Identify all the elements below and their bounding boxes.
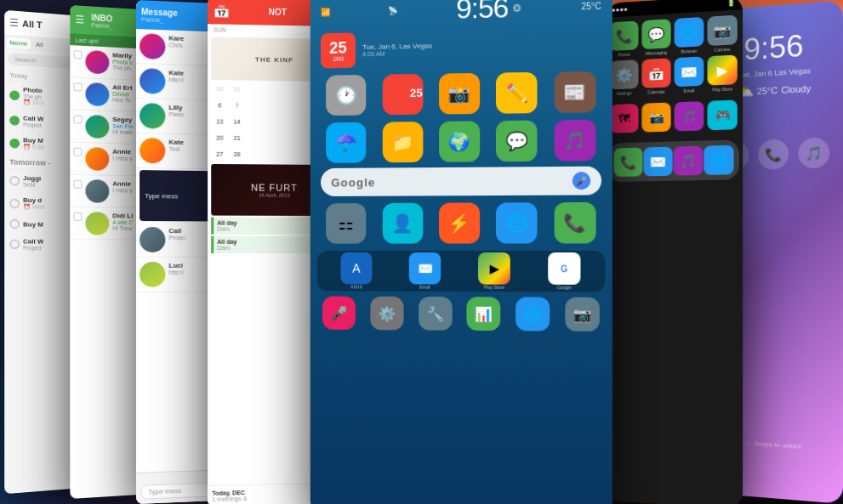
iphone-settings-label: Settings bbox=[617, 90, 632, 96]
app-clock[interactable]: 🕐 bbox=[326, 75, 366, 116]
cal-day-13[interactable]: 13 bbox=[211, 114, 228, 129]
iphone-dock-mail[interactable]: ✉️ bbox=[643, 147, 672, 177]
google-search-bar[interactable]: Google 🎤 bbox=[321, 167, 601, 196]
tasks-menu-icon[interactable]: ☰ bbox=[9, 17, 19, 29]
email-avatar-5 bbox=[85, 179, 109, 203]
app-music[interactable]: 🎵 bbox=[554, 120, 595, 161]
task-checkbox-5 bbox=[9, 198, 20, 208]
app-files[interactable]: 📁 bbox=[382, 122, 423, 162]
iphone-app-settings[interactable]: ⚙️ Settings bbox=[610, 59, 639, 96]
app-phone-row3[interactable]: 📞 bbox=[554, 202, 595, 244]
google-mic-button[interactable]: 🎤 bbox=[572, 172, 590, 190]
cal-day-21[interactable]: 21 bbox=[228, 131, 245, 146]
cal-sun-label: SUN bbox=[211, 26, 228, 32]
cal-day-30[interactable]: 30 bbox=[211, 82, 228, 97]
email-checkbox-3[interactable] bbox=[73, 115, 82, 123]
home-date-row: 25 JAN Tue, Jan 6, Las Vegas 8:00 AM bbox=[310, 26, 612, 71]
app-contacts[interactable]: 👤 bbox=[382, 203, 423, 244]
kinfolk-title: THE KINF bbox=[255, 55, 293, 64]
tasks-title: All T bbox=[22, 19, 43, 30]
app-flashlight[interactable]: ⚡ bbox=[439, 202, 480, 243]
task-sub-2: Project bbox=[23, 122, 43, 128]
iphone-camera-label: Camera bbox=[715, 47, 730, 53]
task-content-4: Joggi 5KM bbox=[23, 174, 41, 188]
app-maps[interactable]: 🌍 bbox=[439, 121, 480, 161]
iphone-extra-1[interactable]: 🗺 bbox=[610, 104, 639, 133]
app-camera-settings[interactable]: 📷 bbox=[565, 297, 600, 331]
app-tools[interactable]: 🔧 bbox=[419, 297, 453, 331]
cal-day-31[interactable]: 31 bbox=[228, 82, 245, 97]
cal-day-6[interactable]: 6 bbox=[211, 98, 228, 113]
email-menu-icon[interactable]: ☰ bbox=[75, 14, 84, 25]
msg-avatar-6 bbox=[140, 262, 165, 287]
task-time-3: ⏰ 8:00 bbox=[23, 144, 43, 150]
app-settings[interactable]: ⚙️ bbox=[370, 297, 403, 331]
cal-day-27[interactable]: 27 bbox=[211, 147, 228, 162]
app-mic[interactable]: 🎤 bbox=[322, 297, 356, 330]
dock-playstore[interactable]: ▶ Play Store bbox=[478, 252, 510, 290]
iphone-app-camera[interactable]: 📷 Camera bbox=[708, 15, 738, 54]
iphone-app-imessage[interactable]: 💬 iMessaging bbox=[641, 19, 670, 56]
screen-iphone: ●●●● 🔋 📞 Phone 💬 iMessaging 🌐 Browser 📷 … bbox=[605, 0, 743, 504]
home-calendar-widget: 25 JAN bbox=[321, 32, 356, 68]
tab-all[interactable]: All bbox=[32, 39, 47, 50]
iphone-extra-3[interactable]: 🎵 bbox=[675, 101, 704, 131]
iphone-app-browser[interactable]: 🌐 Browser bbox=[675, 17, 704, 54]
app-qr[interactable]: ⚏ bbox=[326, 203, 366, 244]
app-globe[interactable]: 🌐 bbox=[515, 297, 550, 331]
home-dock-row: A ASUS ✉️ Email ▶ Play Store G Google bbox=[317, 251, 605, 292]
email-checkbox-5[interactable] bbox=[73, 180, 82, 189]
iphone-dock-safari[interactable]: 🌐 bbox=[703, 145, 733, 175]
task-title-5: Buy d bbox=[23, 196, 44, 204]
app-stats[interactable]: 📊 bbox=[467, 297, 501, 331]
email-checkbox-4[interactable] bbox=[73, 148, 82, 156]
lock-music-btn[interactable]: 🎵 bbox=[798, 138, 829, 169]
iphone-app-section: 📞 Phone 💬 iMessaging 🌐 Browser 📷 Camera … bbox=[605, 9, 743, 101]
lock-temp-display: 25°C bbox=[757, 85, 777, 96]
app-browser[interactable]: 🌐 bbox=[496, 202, 538, 243]
app-calendar[interactable]: 25 bbox=[382, 74, 423, 115]
iphone-app-phone[interactable]: 📞 Phone bbox=[610, 20, 639, 57]
iphone-dock-phone[interactable]: 📞 bbox=[613, 148, 642, 178]
msg-avatar-2 bbox=[140, 68, 165, 94]
app-news[interactable]: 📰 bbox=[554, 71, 595, 113]
dock-asus[interactable]: A ASUS bbox=[341, 252, 373, 289]
iphone-more-apps: 🗺 📸 🎵 🎮 bbox=[605, 96, 743, 140]
app-weather[interactable]: ☂️ bbox=[326, 122, 366, 163]
email-checkbox-2[interactable] bbox=[73, 82, 82, 91]
google-logo-text: Google bbox=[331, 175, 375, 189]
app-notes[interactable]: ✏️ bbox=[496, 72, 538, 114]
lock-call-btn[interactable]: 📞 bbox=[758, 139, 789, 169]
iphone-app-calendar[interactable]: 📅 Calendar bbox=[641, 58, 670, 94]
home-time: 9:56 bbox=[456, 0, 508, 25]
iphone-extra-4[interactable]: 🎮 bbox=[708, 100, 738, 131]
email-avatar-2 bbox=[85, 82, 109, 106]
app-messages[interactable]: 💬 bbox=[496, 121, 538, 162]
cal-day-28[interactable]: 28 bbox=[228, 147, 245, 162]
msg-avatar-1 bbox=[140, 33, 165, 59]
iphone-app-playstore[interactable]: ▶ Play Store bbox=[708, 54, 738, 92]
dock-email[interactable]: ✉️ Email bbox=[409, 252, 441, 290]
cal-day-7[interactable]: 7 bbox=[228, 98, 245, 113]
task-title-7: Call W bbox=[23, 238, 43, 246]
app-row-4: 🎤 ⚙️ 🔧 📊 🌐 📷 bbox=[310, 294, 612, 333]
screen-home: 📶 📡 9:56 ⚙ 25°C 25 JAN Tue, Jan 6, Las V… bbox=[310, 0, 612, 504]
iphone-extra-2[interactable]: 📸 bbox=[641, 102, 670, 132]
iphone-app-email[interactable]: ✉️ Email bbox=[675, 56, 704, 93]
cal-day-20[interactable]: 20 bbox=[211, 131, 228, 146]
task-content-7: Call W Project bbox=[23, 238, 43, 251]
home-weather-sub: 8:00 AM bbox=[362, 50, 432, 58]
dock-asus-label: ASUS bbox=[350, 284, 362, 289]
iphone-dock-music[interactable]: 🎵 bbox=[673, 146, 703, 176]
task-checkbox-4 bbox=[9, 176, 20, 186]
lock-weather-condition: Cloudy bbox=[781, 83, 811, 95]
messages-title-area: Message Patrick_ bbox=[141, 7, 178, 24]
settings-icon[interactable]: ⚙ bbox=[511, 2, 521, 14]
dock-google[interactable]: G Google bbox=[548, 252, 580, 290]
dock-email-label: Email bbox=[419, 284, 430, 289]
email-checkbox-1[interactable] bbox=[73, 50, 82, 59]
email-checkbox-6[interactable] bbox=[73, 212, 82, 221]
cal-day-14[interactable]: 14 bbox=[228, 115, 245, 130]
app-gallery[interactable]: 📸 bbox=[439, 73, 480, 115]
tab-norm[interactable]: Norm bbox=[6, 37, 31, 49]
